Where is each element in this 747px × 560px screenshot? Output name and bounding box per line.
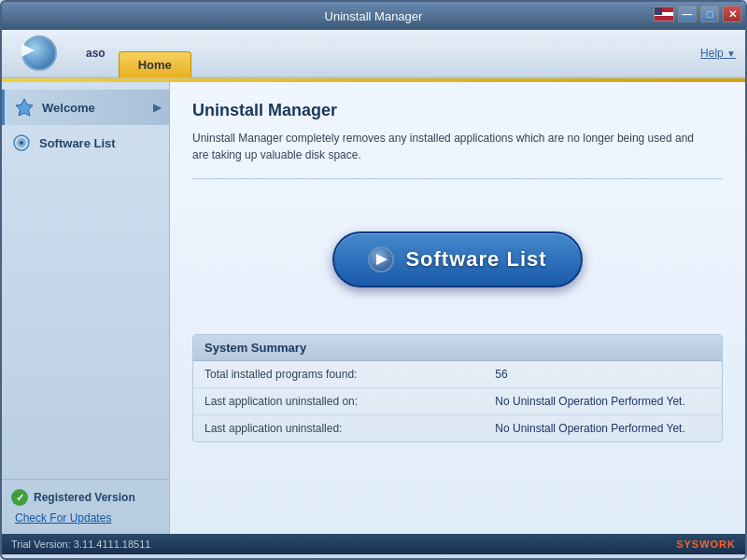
nav-user-label: aso (77, 30, 115, 77)
app-logo (2, 30, 77, 77)
svg-point-3 (20, 141, 23, 145)
tab-home[interactable]: Home (119, 51, 191, 77)
nav-tabs: Home (115, 30, 193, 77)
help-button[interactable]: Help ▼ (700, 47, 736, 60)
summary-label-1: Last application uninstalled on: (193, 388, 484, 415)
status-bar: Trial Version: 3.11.4111.18511 SYSWORK (2, 534, 745, 554)
help-dropdown-icon: ▼ (726, 49, 736, 59)
title-bar-controls: — □ ✕ (654, 6, 741, 22)
sidebar-item-software-list-label: Software List (39, 136, 116, 150)
summary-header: System Summary (193, 335, 722, 361)
sidebar-footer: ✓ Registered Version Check For Updates (2, 479, 169, 534)
page-title: Uninstall Manager (192, 101, 723, 120)
title-bar-title: Uninstall Manager (325, 9, 423, 23)
check-updates-link[interactable]: Check For Updates (15, 511, 160, 525)
logo-image (16, 33, 63, 74)
sidebar-item-software-list[interactable]: Software List (2, 125, 169, 161)
table-row: Last application uninstalled: No Uninsta… (193, 415, 722, 442)
welcome-icon (14, 97, 35, 118)
table-row: Last application uninstalled on: No Unin… (193, 388, 722, 415)
content-description: Uninstall Manager completely removes any… (192, 130, 697, 163)
main-layout: Welcome ▶ Software List ✓ Registered Ver… (2, 82, 745, 534)
summary-label-2: Last application uninstalled: (193, 415, 484, 442)
table-row: Total installed programs found: 56 (193, 361, 722, 388)
software-list-button-label: Software List (405, 247, 546, 272)
close-button[interactable]: ✕ (723, 6, 741, 22)
software-list-icon (11, 133, 32, 153)
play-icon (368, 246, 394, 273)
software-list-button[interactable]: Software List (332, 231, 582, 287)
minimize-button[interactable]: — (678, 6, 697, 22)
sidebar-arrow-icon: ▶ (153, 101, 162, 114)
sidebar: Welcome ▶ Software List ✓ Registered Ver… (2, 82, 170, 534)
maximize-button[interactable]: □ (700, 6, 719, 22)
logo-arrow-icon (21, 44, 35, 57)
sidebar-spacer (2, 161, 169, 479)
registered-check-icon: ✓ (11, 489, 28, 506)
svg-marker-0 (16, 99, 33, 116)
sidebar-item-welcome[interactable]: Welcome ▶ (2, 90, 169, 125)
summary-value-0: 56 (484, 361, 722, 388)
content-area: Uninstall Manager Uninstall Manager comp… (170, 82, 745, 534)
registered-badge: ✓ Registered Version (11, 489, 160, 506)
system-summary: System Summary Total installed programs … (192, 334, 723, 442)
status-version: Trial Version: 3.11.4111.18511 (11, 539, 150, 550)
status-brand: SYSWORK (676, 539, 736, 550)
flag-icon (654, 7, 674, 21)
summary-label-0: Total installed programs found: (193, 361, 484, 388)
registered-label: Registered Version (34, 491, 135, 504)
divider (192, 178, 723, 179)
title-bar: Uninstall Manager — □ ✕ (2, 2, 745, 30)
summary-table: Total installed programs found: 56 Last … (193, 361, 722, 441)
summary-value-2: No Uninstall Operation Performed Yet. (484, 415, 722, 442)
summary-value-1: No Uninstall Operation Performed Yet. (484, 388, 722, 415)
software-list-button-container: Software List (192, 194, 723, 334)
play-triangle-icon (376, 254, 388, 265)
sidebar-item-welcome-label: Welcome (42, 101, 95, 115)
nav-bar: aso Home Help ▼ (2, 30, 745, 78)
